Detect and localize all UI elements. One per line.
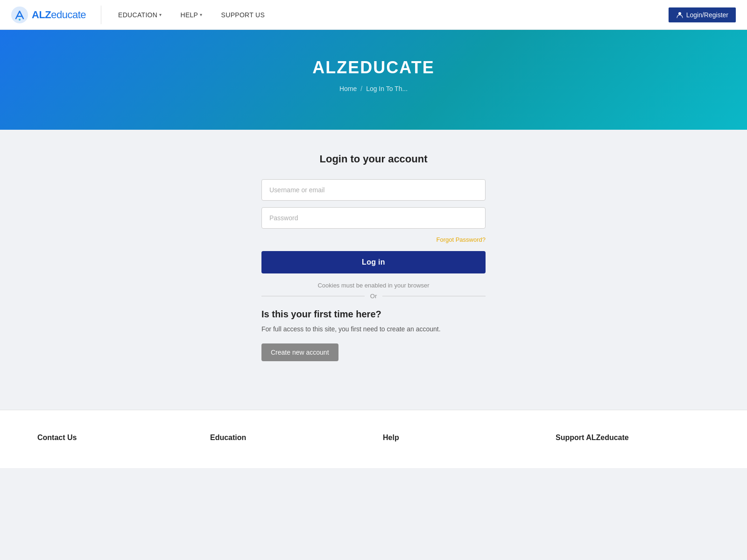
breadcrumb-separator: / bbox=[360, 85, 362, 92]
hero-title: ALZEDUCATE bbox=[9, 58, 738, 77]
breadcrumb-home[interactable]: Home bbox=[339, 85, 357, 92]
footer-col-help-title: Help bbox=[383, 434, 537, 442]
or-divider: Or bbox=[261, 293, 486, 300]
username-field-group bbox=[261, 179, 486, 201]
or-text: Or bbox=[370, 293, 377, 300]
footer: Contact Us Education Help Support ALZedu… bbox=[0, 410, 747, 468]
breadcrumb-current: Log In To Th... bbox=[366, 85, 408, 92]
password-input[interactable] bbox=[261, 207, 486, 229]
logo-alz-text: ALZ bbox=[32, 9, 51, 21]
logo-icon bbox=[11, 7, 28, 23]
navbar: ALZeducate EDUCATION ▾ HELP ▾ SUPPORT US… bbox=[0, 0, 747, 30]
create-account-button[interactable]: Create new account bbox=[261, 343, 338, 361]
username-input[interactable] bbox=[261, 179, 486, 201]
footer-columns: Contact Us Education Help Support ALZedu… bbox=[37, 434, 710, 449]
footer-col-contact: Contact Us bbox=[37, 434, 191, 449]
logo-link[interactable]: ALZeducate bbox=[11, 7, 86, 23]
footer-col-education: Education bbox=[210, 434, 364, 449]
hero-section: ALZEDUCATE Home / Log In To Th... bbox=[0, 30, 747, 130]
login-register-button[interactable]: Login/Register bbox=[669, 7, 736, 22]
footer-col-support-title: Support ALZeducate bbox=[556, 434, 710, 442]
footer-col-education-title: Education bbox=[210, 434, 364, 442]
navbar-divider bbox=[101, 6, 101, 24]
footer-col-contact-title: Contact Us bbox=[37, 434, 191, 442]
user-icon bbox=[676, 11, 684, 19]
breadcrumb: Home / Log In To Th... bbox=[9, 85, 738, 92]
main-content: Login to your account Forgot Password? L… bbox=[0, 130, 747, 410]
first-time-heading: Is this your first time here? bbox=[261, 309, 486, 320]
cookies-notice: Cookies must be enabled in your browser bbox=[261, 282, 486, 289]
nav-item-education[interactable]: EDUCATION ▾ bbox=[109, 0, 171, 30]
footer-col-help: Help bbox=[383, 434, 537, 449]
first-time-description: For full access to this site, you first … bbox=[261, 324, 486, 334]
chevron-down-icon: ▾ bbox=[159, 12, 162, 17]
login-heading: Login to your account bbox=[261, 153, 486, 165]
footer-col-support: Support ALZeducate bbox=[556, 434, 710, 449]
logo-educate-text: educate bbox=[51, 9, 86, 21]
forgot-password-link[interactable]: Forgot Password? bbox=[437, 236, 486, 243]
login-card: Login to your account Forgot Password? L… bbox=[261, 153, 486, 382]
password-field-group bbox=[261, 207, 486, 229]
nav-item-support-us[interactable]: SUPPORT US bbox=[212, 0, 275, 30]
navbar-nav: EDUCATION ▾ HELP ▾ SUPPORT US bbox=[109, 0, 669, 30]
svg-point-0 bbox=[11, 7, 28, 23]
svg-point-2 bbox=[678, 12, 681, 15]
forgot-password-row: Forgot Password? bbox=[261, 235, 486, 244]
login-button[interactable]: Log in bbox=[261, 251, 486, 273]
divider-line-left bbox=[261, 296, 365, 296]
divider-line-right bbox=[382, 296, 486, 296]
nav-item-help[interactable]: HELP ▾ bbox=[171, 0, 211, 30]
navbar-right: Login/Register bbox=[669, 7, 736, 22]
chevron-down-icon: ▾ bbox=[200, 12, 202, 17]
svg-point-1 bbox=[19, 19, 21, 21]
